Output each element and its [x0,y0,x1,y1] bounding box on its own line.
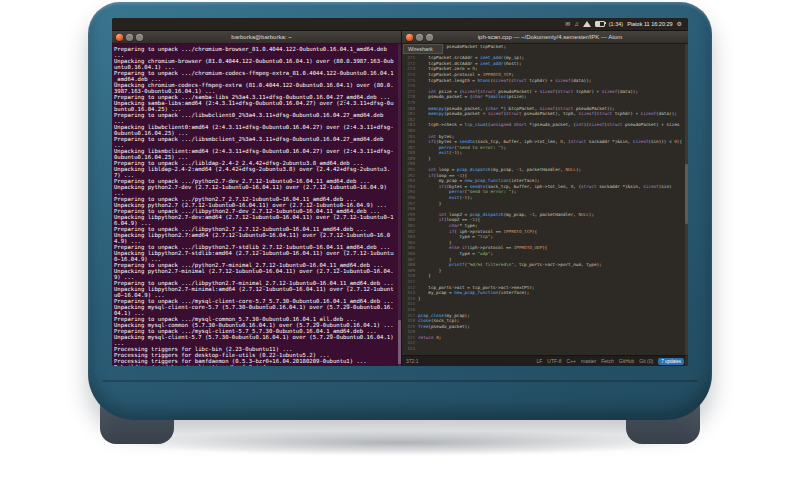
laptop-hinge [102,380,698,382]
editor-scrollbar[interactable] [685,44,688,366]
terminal-line: Preparing to unpack .../chromium-codecs-… [114,70,396,82]
terminal-line: Preparing to unpack .../libwbclient0_2%3… [114,112,396,124]
cursor-position[interactable]: 372:1 [406,358,419,364]
terminal-title: barborka@barborka: ~ [146,34,397,40]
atom-titlebar[interactable]: iph-scan.cpp — ~/Dokumenty/4.semester/IP… [402,31,688,44]
network-icon[interactable] [583,21,591,27]
sound-icon[interactable]: ♫ [574,21,579,27]
status-item[interactable]: master [581,358,596,364]
status-item[interactable]: UTF-8 [547,358,561,364]
terminal-line: Unpacking libldap-2.4-2:amd64 (2.4.42+df… [114,166,396,178]
terminal-line: Unpacking libpython2.7-stdlib:amd64 (2.7… [114,250,396,262]
maximize-icon[interactable] [136,34,143,41]
terminal-line: Preparing to unpack .../chromium-browser… [114,46,396,58]
status-right: LFUTF-8C++masterFetchGitHubGit (0) [537,358,654,364]
terminal-line: Unpacking chromium-codecs-ffmpeg-extra (… [114,82,396,94]
terminal-line: Unpacking mysql-client-core-5.7 (5.7.30-… [114,304,396,316]
session-gear-icon[interactable]: ⚙ [677,21,682,27]
updates-badge[interactable]: 7 updates [658,358,684,365]
status-bar: 372:1 LFUTF-8C++masterFetchGitHubGit (0)… [402,355,688,366]
terminal-line: Unpacking mysql-client-5.7 (5.7.30-0ubun… [114,334,396,346]
minimize-icon[interactable] [416,34,423,41]
atom-title: iph-scan.cpp — ~/Dokumenty/4.semester/IP… [436,34,684,40]
terminal-line: Unpacking python2.7-minimal (2.7.12-1ubu… [114,268,396,280]
code-editor[interactable]: 269 struct pseudoPacket tcpPacket;270 27… [402,44,685,355]
minimize-icon[interactable] [126,34,133,41]
laptop-body: ✉ ♫ (1:34) Piatok 11 16:20:29 ⚙ barborka… [88,2,712,420]
terminal-line: Unpacking libpython2.7-minimal:amd64 (2.… [114,286,396,298]
laptop-mockup: ✉ ♫ (1:34) Piatok 11 16:20:29 ⚙ barborka… [0,0,800,477]
status-item[interactable]: C++ [567,358,576,364]
battery-icon[interactable] [595,21,605,27]
atom-window: iph-scan.cpp — ~/Dokumenty/4.semester/IP… [401,31,688,366]
terminal-line: Unpacking libpython2.7-dev:amd64 (2.7.12… [114,214,396,226]
code-lines: 269 struct pseudoPacket tcpPacket;270 27… [402,44,685,352]
terminal-line: Unpacking python2.7-dev (2.7.12-1ubuntu0… [114,184,396,196]
terminal-window: barborka@barborka: ~ Preparing to unpack… [112,31,401,366]
terminal-line: Preparing to unpack .../libsmbclient_2%3… [114,136,396,148]
drop-shadow [120,430,680,456]
terminal-line: Unpacking samba-libs:amd64 (2:4.3.11+dfs… [114,100,396,112]
code-line: 283 tcph->check = tcp_csum((unsigned sho… [402,122,685,128]
code-line: 323 [402,346,685,352]
terminal-line: Unpacking libpython2.7:amd64 (2.7.12-1ub… [114,232,396,244]
terminal-output[interactable]: Preparing to unpack .../chromium-browser… [112,44,398,366]
close-icon[interactable] [116,34,123,41]
terminal-line: Rebuilding /usr/share/applications/bamf-… [114,364,396,366]
top-panel: ✉ ♫ (1:34) Piatok 11 16:20:29 ⚙ [112,18,688,31]
maximize-icon[interactable] [426,34,433,41]
status-item[interactable]: GitHub [619,358,635,364]
terminal-titlebar[interactable]: barborka@barborka: ~ [112,31,401,44]
screen: ✉ ♫ (1:34) Piatok 11 16:20:29 ⚙ barborka… [112,18,688,366]
battery-label: (1:34) [609,21,623,27]
terminal-line: Unpacking chromium-browser (81.0.4044.12… [114,58,396,70]
status-item[interactable]: Git (0) [639,358,653,364]
desktop: barborka@barborka: ~ Preparing to unpack… [112,31,688,366]
status-item[interactable]: Fetch [601,358,614,364]
code-line: 281 memcpy(pseudo_packet + sizeof(struct… [402,111,685,117]
status-item[interactable]: LF [537,358,543,364]
terminal-line: Unpacking libsmbclient:amd64 (2:4.3.11+d… [114,148,396,160]
clock[interactable]: Piatok 11 16:20:29 [627,21,672,27]
close-icon[interactable] [406,34,413,41]
terminal-line: Unpacking libwbclient0:amd64 (2:4.3.11+d… [114,124,396,136]
messages-icon[interactable]: ✉ [565,21,570,27]
tab-wireshark[interactable]: Wireshark [403,44,443,54]
